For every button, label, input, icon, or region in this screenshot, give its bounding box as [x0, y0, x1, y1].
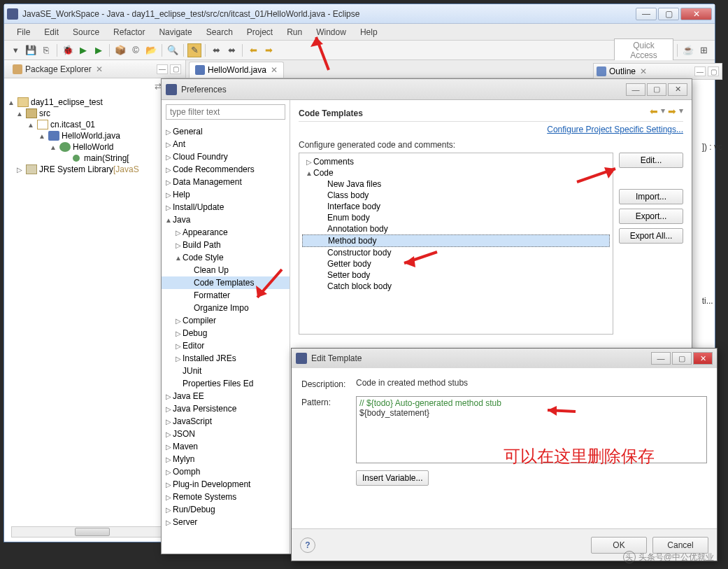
package-name[interactable]: cn.itcast_01: [50, 120, 95, 129]
code-template-item[interactable]: Class body: [302, 190, 610, 201]
tb-save[interactable]: 💾: [24, 43, 38, 57]
pref-tree-item[interactable]: ▷Mylyn: [162, 453, 290, 465]
code-template-item[interactable]: ▷Comments: [302, 156, 610, 167]
pref-close-button[interactable]: ✕: [668, 83, 687, 96]
pref-tree-item[interactable]: ▷Help: [162, 188, 290, 201]
menu-source[interactable]: Source: [66, 25, 106, 39]
package-explorer-tab[interactable]: Package Explorer ✕: [8, 63, 107, 76]
menu-window[interactable]: Window: [309, 25, 353, 39]
main-titlebar[interactable]: JavaSE_WorkSpace - Java - day11_eclipse_…: [4, 4, 715, 24]
pref-maximize-button[interactable]: ▢: [647, 83, 666, 96]
pref-tree-item[interactable]: Formatter: [162, 289, 290, 302]
library-name[interactable]: JRE System Library: [39, 164, 113, 174]
pref-tree-item[interactable]: ▷Oomph: [162, 465, 290, 478]
preferences-titlebar[interactable]: Preferences — ▢ ✕: [162, 79, 692, 100]
pref-tree-item[interactable]: ▷Java EE: [162, 390, 290, 402]
nav-forward-icon[interactable]: ➡: [668, 106, 676, 117]
pref-tree-item[interactable]: ▷Build Path: [162, 239, 290, 251]
configure-project-link[interactable]: Configure Project Specific Settings...: [299, 125, 683, 134]
tb-newclass[interactable]: ©: [129, 43, 143, 57]
export-all-button[interactable]: Export All...: [619, 228, 683, 244]
method-name[interactable]: main(String[: [84, 153, 129, 163]
code-template-item[interactable]: Catch block body: [302, 281, 610, 292]
tb-toggle[interactable]: ✎: [187, 43, 201, 57]
outline-minimize[interactable]: —: [694, 66, 706, 76]
tb-search[interactable]: 🔍: [166, 43, 180, 57]
outline-maximize[interactable]: ▢: [708, 66, 719, 76]
pref-tree-item[interactable]: ▷Run/Debug: [162, 503, 290, 516]
tab-close-icon[interactable]: ✕: [640, 66, 647, 76]
tb-nav1[interactable]: ⬌: [209, 43, 223, 57]
pref-tree-item[interactable]: ▷Editor: [162, 339, 290, 352]
code-template-item[interactable]: Enum body: [302, 212, 610, 223]
preferences-filter-input[interactable]: [166, 104, 285, 120]
code-template-item[interactable]: ▲Code: [302, 167, 610, 178]
editor-tab-helloworld[interactable]: HelloWorld.java ✕: [189, 62, 284, 78]
tb-run[interactable]: ▶: [76, 43, 90, 57]
code-template-item[interactable]: Annotation body: [302, 223, 610, 234]
pref-tree-item[interactable]: Clean Up: [162, 264, 290, 276]
pref-tree-item[interactable]: ▷Ant: [162, 138, 290, 150]
nav-back-icon[interactable]: ⬅: [650, 106, 658, 117]
pref-tree-item[interactable]: ▲Java: [162, 213, 290, 226]
pref-tree-item[interactable]: Properties Files Ed: [162, 377, 290, 390]
tb-back[interactable]: ⬅: [246, 43, 260, 57]
et-close-button[interactable]: ✕: [693, 352, 713, 365]
pref-tree-item[interactable]: ▷JavaScript: [162, 415, 290, 428]
pref-tree-item[interactable]: ▷Compiler: [162, 314, 290, 327]
insert-variable-button[interactable]: Insert Variable...: [356, 470, 429, 486]
menu-help[interactable]: Help: [353, 25, 385, 39]
package-tree[interactable]: ▲day11_eclipse_test ▲src ▲cn.itcast_01 ▲…: [4, 94, 185, 542]
menu-navigate[interactable]: Navigate: [152, 25, 199, 39]
pref-tree-item[interactable]: ▷Java Persistence: [162, 402, 290, 415]
code-template-item[interactable]: Setter body: [302, 269, 610, 281]
et-maximize-button[interactable]: ▢: [672, 352, 692, 365]
menu-search[interactable]: Search: [199, 25, 240, 39]
view-minimize[interactable]: —: [157, 64, 168, 74]
pref-tree-item[interactable]: ▷Plug-in Development: [162, 478, 290, 491]
horizontal-scrollbar[interactable]: [11, 526, 179, 538]
tab-close-icon[interactable]: ✕: [96, 64, 103, 74]
menu-file[interactable]: File: [10, 25, 37, 39]
pref-tree-item[interactable]: ▷JSON: [162, 428, 290, 440]
pref-tree-item[interactable]: ▷Data Management: [162, 176, 290, 188]
pref-tree-item[interactable]: ▲Code Style: [162, 251, 290, 264]
view-maximize[interactable]: ▢: [170, 64, 181, 74]
pref-tree-item[interactable]: ▷Server: [162, 516, 290, 528]
tb-newpkg[interactable]: 📦: [113, 43, 127, 57]
et-minimize-button[interactable]: —: [651, 352, 671, 365]
pref-tree-item[interactable]: ▷Cloud Foundry: [162, 150, 290, 163]
pref-tree-item[interactable]: Organize Impo: [162, 302, 290, 314]
pref-tree-item[interactable]: ▷General: [162, 125, 290, 138]
import-button[interactable]: Import...: [619, 189, 683, 204]
code-template-item[interactable]: Constructor body: [302, 247, 610, 258]
close-button[interactable]: ✕: [680, 8, 712, 20]
tab-close-icon[interactable]: ✕: [271, 65, 278, 75]
menu-project[interactable]: Project: [240, 25, 280, 39]
pref-tree-item[interactable]: ▷Appearance: [162, 226, 290, 239]
edit-template-titlebar[interactable]: Edit Template — ▢ ✕: [292, 349, 717, 368]
pref-tree-item[interactable]: ▷Debug: [162, 327, 290, 339]
maximize-button[interactable]: ▢: [658, 8, 679, 20]
menu-refactor[interactable]: Refactor: [106, 25, 152, 39]
minimize-button[interactable]: —: [636, 8, 657, 20]
java-file[interactable]: HelloWorld.java: [62, 131, 120, 141]
tb-saveall[interactable]: ⎘: [39, 43, 53, 57]
pref-minimize-button[interactable]: —: [626, 83, 645, 96]
perspective-other[interactable]: ⊞: [697, 43, 711, 57]
tb-new[interactable]: ▾: [8, 43, 22, 57]
tb-debug[interactable]: 🐞: [61, 43, 75, 57]
preferences-category-tree[interactable]: ▷General▷Ant▷Cloud Foundry▷Code Recommen…: [162, 124, 290, 554]
menu-edit[interactable]: Edit: [37, 25, 66, 39]
code-template-item[interactable]: Getter body: [302, 258, 610, 269]
code-template-item[interactable]: Interface body: [302, 201, 610, 212]
src-folder[interactable]: src: [39, 108, 50, 118]
perspective-java[interactable]: ☕: [681, 43, 695, 57]
code-template-item[interactable]: Method body: [302, 234, 610, 247]
edit-button[interactable]: Edit...: [619, 153, 683, 168]
pref-tree-item[interactable]: ▷Remote Systems: [162, 491, 290, 503]
tb-fwd[interactable]: ➡: [262, 43, 276, 57]
project-name[interactable]: day11_eclipse_test: [31, 97, 103, 107]
help-icon[interactable]: ?: [300, 538, 315, 553]
pref-tree-item[interactable]: Code Templates: [162, 276, 290, 289]
